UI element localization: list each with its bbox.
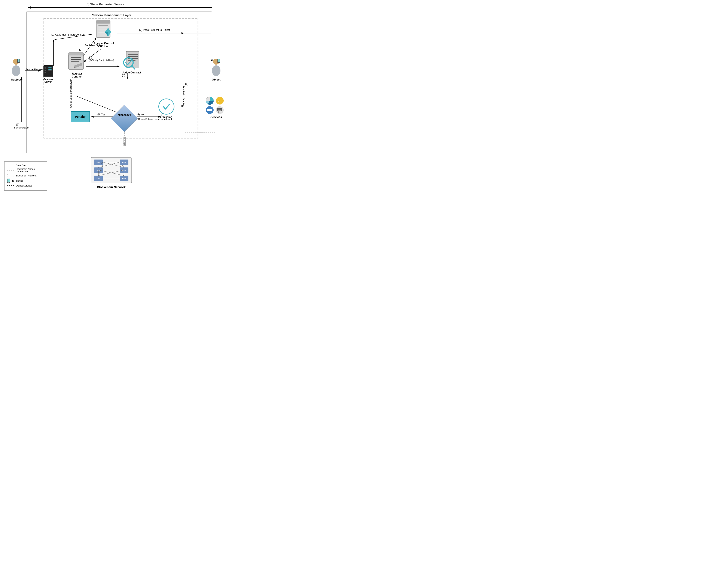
step5-yes-label: (5) Yes xyxy=(97,113,105,116)
object-label: Object xyxy=(209,78,224,81)
svg-text:EVM: EVM xyxy=(97,162,100,164)
step4-label: (4) xyxy=(122,74,125,77)
calls-main-label: (1) Calls Main Smart Contract xyxy=(51,33,85,36)
step6-right-label: (6) xyxy=(185,82,188,85)
svg-rect-58 xyxy=(45,72,46,73)
svg-text:EVM: EVM xyxy=(97,178,100,180)
step5-no-label: (5) No xyxy=(137,113,144,116)
permission-granted-label: Permission Granted xyxy=(182,86,185,106)
object-icon: Object xyxy=(209,58,224,81)
subject-icon: Subject xyxy=(9,58,23,81)
svg-point-111 xyxy=(8,182,9,183)
step2-label: (2) xyxy=(79,48,82,51)
svg-rect-62 xyxy=(44,76,52,77)
register-contract-icon: Register Contract xyxy=(66,51,88,78)
svg-rect-56 xyxy=(45,67,46,69)
judge-contract-icon: Judge Contract xyxy=(120,51,143,74)
legend-blockchain-network: Blockchain Network xyxy=(7,174,45,177)
misbehave-label: Misbehave xyxy=(117,114,132,117)
svg-point-72 xyxy=(216,97,224,104)
svg-text:EVM: EVM xyxy=(122,178,126,180)
legend-iot-icon xyxy=(7,178,10,183)
verify-subject-label: (3) (3) Verify Subject (User) xyxy=(89,56,114,62)
svg-rect-59 xyxy=(48,67,52,68)
penalty-box: Penalty xyxy=(70,111,90,122)
svg-rect-55 xyxy=(43,65,53,77)
access-control-icon: Access Control Contract xyxy=(92,19,115,48)
legend-double-arrow-icon xyxy=(7,174,14,177)
system-management-label: System Management Layer xyxy=(92,13,131,17)
svg-rect-34 xyxy=(96,20,110,24)
legend-box: Data Flow Blockchain Nodes Connection Bl… xyxy=(4,162,47,191)
blockchain-network-icon: EVM EVM EVM EVM EVM EVM xyxy=(88,156,135,189)
service-request-label: Service Request xyxy=(26,68,43,71)
legend-object-services-line xyxy=(7,185,14,186)
legend-object-services: Object Services xyxy=(7,184,45,187)
svg-rect-42 xyxy=(68,52,84,55)
check-misbehavior-label: Check Subject Misbehavior xyxy=(69,79,72,108)
pass-request-label: (7) Pass Request to Object xyxy=(139,29,170,32)
svg-text:♪: ♪ xyxy=(218,98,220,103)
legend-solid-line xyxy=(7,165,14,165)
access-control-label: Access Control Contract xyxy=(92,42,115,48)
svg-marker-108 xyxy=(7,175,14,177)
svg-rect-75 xyxy=(207,109,211,111)
blockchain-network-label: Blockchain Network xyxy=(88,185,135,189)
subject-label: Subject xyxy=(9,78,23,81)
services-label: Services xyxy=(205,116,227,119)
judge-contract-label: Judge Contract xyxy=(120,71,143,74)
permission-label: Permission xyxy=(158,116,172,119)
svg-rect-66 xyxy=(18,59,19,62)
block-request-label: Block Request xyxy=(14,126,29,129)
svg-point-64 xyxy=(12,65,20,76)
svg-rect-60 xyxy=(48,69,52,70)
gateway-server-icon: Gateway Server xyxy=(42,62,55,83)
misbehave-diamond xyxy=(111,105,138,132)
services-box: ♪ Services xyxy=(205,96,227,119)
legend-data-flow: Data Flow xyxy=(7,164,45,166)
svg-point-68 xyxy=(212,65,221,76)
svg-rect-78 xyxy=(217,108,222,111)
legend-iot: IoT Device xyxy=(7,178,45,183)
svg-rect-70 xyxy=(218,59,220,62)
permission-circle xyxy=(158,98,175,115)
svg-rect-110 xyxy=(7,179,10,182)
svg-line-12 xyxy=(77,96,120,114)
legend-dashed-line xyxy=(7,170,14,171)
legend-blockchain-nodes: Blockchain Nodes Connection xyxy=(7,168,45,173)
svg-text:EVM: EVM xyxy=(122,162,126,164)
svg-rect-57 xyxy=(45,70,46,71)
step6-left-label: (6) xyxy=(16,123,19,126)
gateway-label: Gateway Server xyxy=(42,78,55,83)
register-contract-label: Register Contract xyxy=(66,72,88,78)
diagram-container: (8) Share Requested Service System Manag… xyxy=(0,0,235,197)
share-requested-label: (8) Share Requested Service xyxy=(86,3,124,6)
svg-rect-61 xyxy=(48,71,52,71)
